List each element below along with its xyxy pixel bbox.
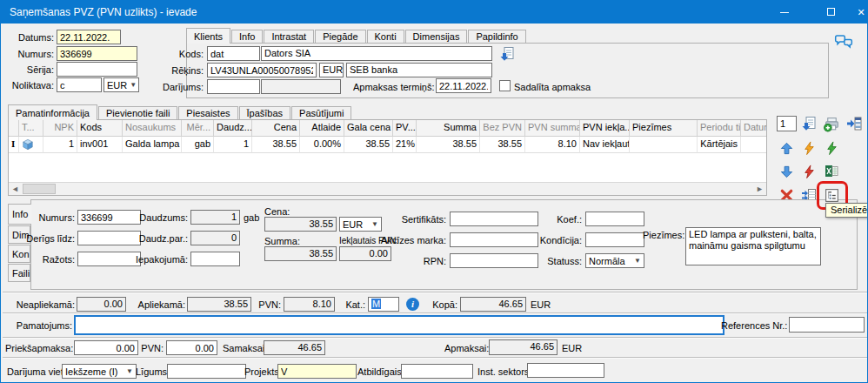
serialize-button[interactable]: [822, 185, 841, 205]
kods-label: Kods:: [131, 49, 204, 59]
client-tab-konti[interactable]: Konti: [367, 30, 404, 43]
column-header-daudz[interactable]: Daudz...: [214, 120, 252, 137]
main-tab-pamatinformacija[interactable]: Pamatinformācija: [8, 104, 97, 120]
column-header-cena[interactable]: Cena: [252, 120, 300, 137]
quick-action-red-button[interactable]: [799, 162, 818, 181]
datums-field[interactable]: [57, 30, 121, 44]
apmaksas-termins-field[interactable]: [436, 78, 491, 93]
column-header-periodu-tips[interactable]: Periodu tips: [698, 120, 741, 137]
column-header-summa[interactable]: Summa: [417, 120, 480, 137]
column-header-npk[interactable]: NPK: [43, 120, 77, 137]
minimize-button[interactable]: [775, 1, 794, 24]
kods-name-field[interactable]: Dators SIA: [261, 46, 492, 61]
scroll-right-button[interactable]: ►: [753, 183, 766, 195]
kondicija-field[interactable]: [585, 232, 644, 247]
client-tab-dimensijas[interactable]: Dimensijas: [405, 30, 468, 43]
detail-tab-info[interactable]: Info: [8, 204, 31, 225]
column-header-kods[interactable]: Kods: [77, 120, 123, 137]
h-scrollbar[interactable]: ◄ ►: [9, 182, 766, 195]
client-tab-info[interactable]: Info: [231, 30, 263, 43]
scroll-left-button[interactable]: ◄: [9, 183, 22, 195]
maximize-button[interactable]: [821, 1, 840, 24]
sadalita-apmaksa-checkbox[interactable]: [499, 80, 511, 91]
neapliekama-label: Neapliekamā:: [10, 299, 75, 310]
quick-action-green-button[interactable]: [822, 138, 841, 158]
quick-action-orange-button[interactable]: [799, 138, 818, 158]
main-tab-piesaistes[interactable]: Piesaistes: [178, 106, 237, 119]
ligums-field[interactable]: [167, 364, 246, 379]
detail-tab-faili[interactable]: Faili: [8, 264, 30, 282]
piezimes-textarea[interactable]: LED lampa ar pulksteni, balta, maināmu g…: [685, 227, 821, 265]
print-add-button[interactable]: [822, 114, 841, 133]
pamatojums-field[interactable]: [74, 315, 724, 335]
darijums-field[interactable]: [207, 79, 260, 94]
sadalita-apmaksa-label: Sadalīta apmaksa: [514, 82, 591, 92]
main-tab-pasutijumi[interactable]: Pasūtījumi: [291, 106, 351, 119]
numurs-field[interactable]: [57, 46, 137, 61]
column-header-nosaukums[interactable]: Nosaukums: [123, 120, 182, 137]
details-summa-label: Summa:: [264, 236, 300, 246]
column-header-t[interactable]: T...: [19, 120, 43, 137]
client-tab-piegade[interactable]: Piegāde: [315, 30, 365, 43]
rekins-currency-field[interactable]: EUR: [319, 63, 344, 77]
excel-export-button[interactable]: [822, 162, 841, 181]
serija-label: Sērija:: [1, 64, 54, 75]
details-summa-field: 38.55: [264, 246, 337, 261]
client-tab-papildinfo[interactable]: Papildinfo: [468, 30, 525, 43]
cell-datums-no: [741, 137, 767, 153]
row-count-field[interactable]: [777, 116, 797, 131]
column-header-pvn-summa[interactable]: PVN summa: [525, 120, 580, 137]
column-header-pv[interactable]: PV...: [393, 120, 417, 137]
info-icon[interactable]: i: [406, 298, 419, 311]
client-tab-klients[interactable]: Klients: [186, 28, 230, 44]
attach-document-button[interactable]: [799, 114, 818, 133]
main-tab-pievienotie-faili[interactable]: Pievienotie faili: [98, 106, 177, 119]
column-header-mer[interactable]: Mēr...: [182, 120, 214, 137]
attach-document-icon: [801, 116, 817, 131]
noliktava-field[interactable]: [57, 77, 102, 92]
column-header-bez-pvn[interactable]: Bez PVN: [480, 120, 525, 137]
client-tab-intrastat[interactable]: Intrastat: [264, 30, 314, 43]
column-header-atlaide[interactable]: Atlaide: [300, 120, 344, 137]
atbildigais-field[interactable]: [401, 364, 473, 379]
kods-field[interactable]: [207, 46, 260, 61]
prieksapmaksa-field[interactable]: [74, 340, 138, 355]
column-header-selector[interactable]: [9, 120, 19, 137]
scroll-thumb[interactable]: [23, 184, 56, 194]
table-row[interactable]: I1inv001Galda lampagab138.550.00%38.5521…: [9, 137, 766, 153]
select-document-button[interactable]: [497, 44, 517, 64]
darijuma-vieta-select[interactable]: Iekšzeme (I)▼: [62, 364, 137, 379]
iepakojuma-field[interactable]: [190, 252, 240, 266]
references-field[interactable]: [789, 317, 865, 333]
kat-field[interactable]: M: [368, 297, 399, 312]
statuss-select[interactable]: Normāla▼: [585, 253, 644, 268]
darijums-name-field: [261, 79, 341, 94]
projekts-field[interactable]: [277, 364, 357, 379]
column-header-gala-cena[interactable]: Gala cena: [344, 120, 393, 137]
move-up-button[interactable]: [777, 138, 796, 158]
rekins-field[interactable]: [207, 63, 317, 77]
move-down-button[interactable]: [777, 162, 796, 181]
main-tab-ipasibas[interactable]: Īpašības: [239, 106, 291, 119]
koef-field[interactable]: [585, 212, 644, 226]
column-header-pvn-iekla[interactable]: PVN iekļa...: [580, 120, 630, 137]
darijums-label: Darījums:: [131, 82, 204, 92]
serija-field[interactable]: [57, 62, 137, 77]
items-table: T...NPKKodsNosaukumsMēr...Daudz...CenaAt…: [8, 119, 767, 196]
payment-pvn-field[interactable]: [166, 340, 217, 355]
move-up-icon: [779, 141, 794, 156]
chat-button[interactable]: [833, 34, 854, 52]
inst-sektors-label: Inst. sektors:: [477, 366, 531, 377]
move-down-icon: [779, 165, 794, 179]
import-rows-button[interactable]: [845, 114, 864, 133]
apmaksas-termins-label: Apmaksas termiņš:: [353, 82, 433, 92]
razots-label: Ražots:: [10, 254, 75, 265]
minimize-icon: [780, 12, 789, 13]
rekins-bank-field[interactable]: SEB banka: [346, 63, 492, 77]
separator: [3, 337, 867, 339]
attach-document-icon: [499, 46, 515, 62]
column-header-datums-no[interactable]: Datums no: [741, 120, 767, 137]
column-header-piezimes[interactable]: Piezīmes: [630, 120, 698, 137]
inst-sektors-field[interactable]: [527, 363, 604, 378]
close-button[interactable]: ✕: [851, 1, 868, 24]
